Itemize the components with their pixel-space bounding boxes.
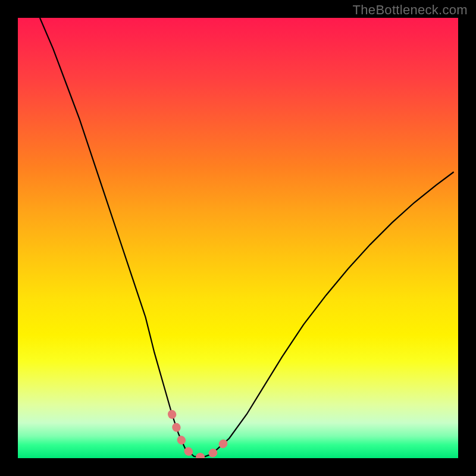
bottleneck-chart-svg bbox=[18, 18, 458, 458]
valley-marker bbox=[172, 414, 229, 458]
watermark-text: TheBottleneck.com bbox=[353, 2, 468, 18]
chart-frame: TheBottleneck.com bbox=[0, 0, 476, 476]
bottleneck-curve bbox=[40, 18, 454, 458]
plot-area bbox=[18, 18, 458, 458]
curve-group bbox=[40, 18, 454, 458]
